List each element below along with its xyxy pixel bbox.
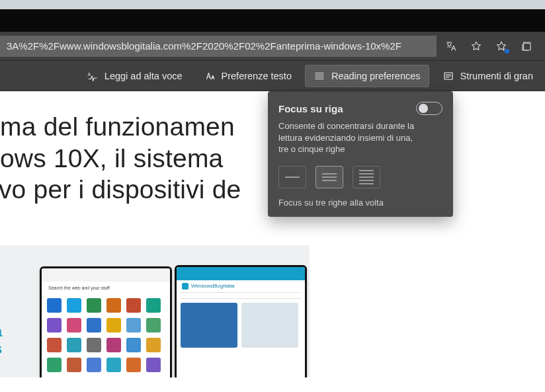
- app-tile: [47, 318, 62, 333]
- app-tile: [126, 298, 141, 313]
- mock-brand-label: WindowsBlogItalia: [191, 283, 234, 289]
- app-tile: [67, 358, 81, 372]
- reading-preferences-icon: [314, 70, 325, 82]
- app-tile: [87, 338, 101, 352]
- popup-title: Focus su riga: [278, 103, 343, 114]
- app-tile: [126, 358, 141, 372]
- svg-text:A: A: [87, 72, 91, 77]
- mock-window-left: Search the web and your stuff: [40, 266, 172, 377]
- line-focus-options: [278, 166, 442, 188]
- reader-toolbar: A Leggi ad alta voce Preferenze testo Re…: [0, 61, 545, 91]
- app-tile: [146, 298, 161, 313]
- popup-caption: Focus su tre righe alla volta: [278, 198, 442, 208]
- tab-bar: [0, 9, 545, 32]
- reading-preferences-button[interactable]: Reading preferences: [305, 65, 429, 87]
- app-tile: [106, 318, 121, 333]
- reading-preferences-label: Reading preferences: [331, 71, 421, 81]
- app-tile: [67, 338, 81, 352]
- mock-window-right: WindowsBlogItalia: [175, 265, 307, 377]
- line-focus-toggle[interactable]: [416, 102, 442, 115]
- read-aloud-button[interactable]: A Leggi ad alta voce: [79, 65, 190, 87]
- line-focus-option-five[interactable]: [353, 166, 380, 188]
- app-tile: [87, 358, 101, 372]
- app-tile: [47, 338, 62, 352]
- url-input[interactable]: [0, 36, 437, 57]
- app-tile: [126, 318, 141, 333]
- app-tile: [67, 298, 81, 313]
- line-focus-option-three[interactable]: [315, 166, 343, 188]
- svg-rect-0: [524, 43, 531, 50]
- heading-line: dows 10X, il sistema: [0, 144, 223, 173]
- notification-dot: [504, 48, 510, 54]
- hero-overlay-text: ovità ows: [0, 323, 2, 358]
- app-tile: [106, 338, 121, 352]
- text-preferences-button[interactable]: Preferenze testo: [196, 65, 300, 87]
- read-aloud-label: Leggi ad alta voce: [105, 71, 183, 81]
- app-tile: [67, 318, 81, 333]
- app-tile: [47, 298, 62, 313]
- app-tile: [87, 298, 101, 313]
- address-bar-actions: [437, 40, 541, 53]
- app-tile: [146, 318, 161, 333]
- address-bar: [0, 32, 545, 61]
- app-tile: [126, 338, 141, 352]
- app-tile: [106, 358, 121, 372]
- text-preferences-icon: [204, 70, 216, 82]
- text-preferences-label: Preferenze testo: [222, 71, 292, 81]
- line-focus-popup: Focus su riga Consente di concentrarsi d…: [268, 91, 453, 217]
- popup-description: Consente di concentrarsi durante la lett…: [278, 120, 424, 155]
- favorites-collection-icon[interactable]: [495, 40, 508, 53]
- app-tile: [47, 358, 62, 372]
- app-tile: [106, 298, 121, 313]
- grammar-tools-icon: [442, 70, 454, 82]
- translate-icon[interactable]: [444, 40, 458, 53]
- article-heading: rima del funzionamen dows 10X, il sistem…: [0, 111, 290, 206]
- collections-icon[interactable]: [520, 40, 533, 53]
- favorite-star-icon[interactable]: [470, 40, 483, 53]
- grammar-tools-button[interactable]: Strumenti di gran: [435, 65, 541, 87]
- app-tile: [146, 358, 161, 372]
- app-tile: [146, 338, 161, 352]
- grammar-tools-label: Strumenti di gran: [460, 71, 533, 81]
- read-aloud-icon: A: [87, 70, 99, 82]
- heading-line: tivo per i dispositivi de: [0, 175, 241, 204]
- line-focus-option-one[interactable]: [278, 166, 306, 188]
- window-title-strip: [0, 0, 545, 9]
- app-tile: [87, 318, 101, 333]
- heading-line: rima del funzionamen: [0, 112, 235, 141]
- article-hero-image: ovità ows Search the web and your stuff …: [0, 245, 310, 377]
